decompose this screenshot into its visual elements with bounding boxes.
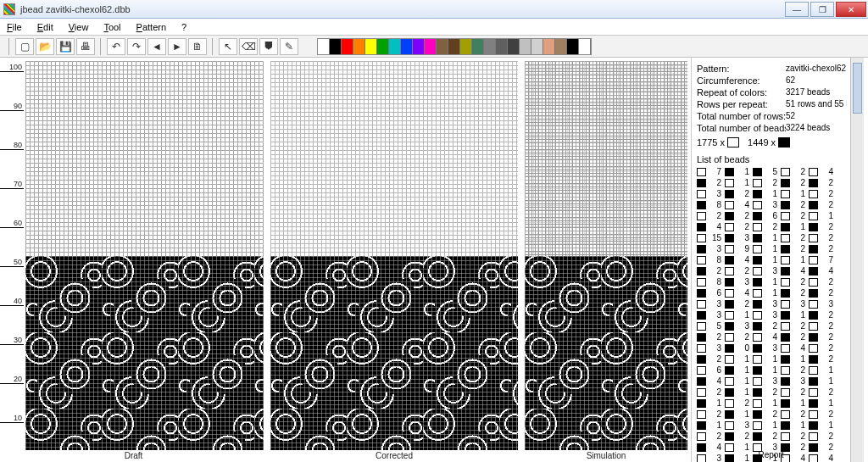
- palette-swatch[interactable]: [567, 39, 579, 54]
- palette-swatch[interactable]: [448, 39, 460, 54]
- rotate-left-button[interactable]: ◄: [147, 38, 166, 55]
- bead-item: 3: [725, 232, 749, 243]
- palette-swatch[interactable]: [460, 39, 472, 54]
- palette-swatch[interactable]: [318, 39, 330, 54]
- palette-swatch[interactable]: [531, 39, 543, 54]
- bead-count: 3: [708, 298, 721, 309]
- palette-swatch[interactable]: [401, 39, 413, 54]
- menu-file[interactable]: File: [3, 22, 25, 32]
- scrollbar-thumb[interactable]: [853, 63, 862, 114]
- rotate-right-button[interactable]: ►: [168, 38, 186, 55]
- minimize-button[interactable]: —: [785, 2, 809, 17]
- vertical-scrollbar[interactable]: [850, 58, 864, 462]
- pattern-name-label: Pattern:: [697, 63, 786, 75]
- bead-item: 2: [809, 320, 833, 331]
- palette-swatch[interactable]: [365, 39, 377, 54]
- bead-item: 3: [725, 420, 749, 431]
- bead-item: 1: [725, 353, 749, 365]
- copy-button[interactable]: 🗎: [188, 38, 207, 55]
- white-swatch-icon: [753, 201, 762, 209]
- black-swatch-icon: [781, 267, 790, 276]
- bead-item: 2: [809, 221, 833, 232]
- new-button[interactable]: ▢: [15, 38, 34, 55]
- bead-count: 2: [764, 177, 777, 188]
- bead-count: 2: [736, 298, 749, 309]
- print-button[interactable]: 🖶: [76, 38, 95, 55]
- bead-count: 9: [736, 243, 749, 254]
- bead-item: 1: [809, 365, 833, 376]
- maximize-button[interactable]: ❐: [810, 2, 834, 17]
- menu-help[interactable]: ?: [178, 22, 190, 32]
- bead-item: 3: [697, 243, 721, 254]
- white-swatch-icon: [725, 311, 734, 320]
- palette-swatch[interactable]: [484, 39, 496, 54]
- palette-swatch[interactable]: [543, 39, 555, 54]
- palette-swatch[interactable]: [496, 39, 508, 54]
- palette-swatch[interactable]: [377, 39, 389, 54]
- pipette-tool-button[interactable]: ✎: [280, 38, 298, 55]
- palette-swatch[interactable]: [437, 39, 448, 54]
- palette-swatch[interactable]: [342, 39, 353, 54]
- palette-swatch[interactable]: [555, 39, 567, 54]
- palette-swatch[interactable]: [353, 39, 365, 54]
- undo-button[interactable]: ↶: [107, 38, 125, 55]
- select-tool-button[interactable]: ↖: [219, 38, 237, 55]
- pattern-name-value: zavitki-chexol62.dbb: [786, 63, 847, 75]
- bead-list-title: List of beads: [697, 154, 847, 164]
- bead-item: 1: [753, 188, 777, 199]
- bead-item: 3: [753, 298, 777, 309]
- palette-swatch[interactable]: [330, 39, 342, 54]
- bead-item: 15: [697, 232, 721, 243]
- bead-count: 2: [708, 177, 721, 188]
- bead-item: 1: [753, 232, 777, 243]
- palette-swatch[interactable]: [579, 39, 591, 54]
- black-swatch-icon: [809, 333, 818, 342]
- black-swatch-icon: [809, 201, 818, 209]
- bead-count: 1: [820, 365, 833, 376]
- white-swatch-icon: [753, 377, 762, 386]
- bead-count: 1: [820, 398, 833, 409]
- white-swatch-icon: [725, 399, 734, 408]
- corrected-canvas[interactable]: [267, 58, 521, 450]
- black-swatch-icon: [809, 311, 818, 320]
- bead-count: 3: [736, 232, 749, 243]
- redo-button[interactable]: ↷: [127, 38, 146, 55]
- palette-swatch[interactable]: [389, 39, 401, 54]
- white-swatch-icon: [697, 322, 706, 331]
- bead-count: 2: [792, 331, 805, 342]
- palette-swatch[interactable]: [520, 39, 531, 54]
- menu-edit[interactable]: Edit: [34, 22, 57, 32]
- white-swatch-icon: [697, 344, 706, 353]
- palette-swatch[interactable]: [413, 39, 425, 54]
- bead-count: 2: [820, 177, 833, 188]
- menu-pattern[interactable]: Pattern: [133, 22, 170, 32]
- white-swatch-icon: [697, 410, 706, 419]
- black-swatch-icon: [725, 256, 734, 264]
- black-swatch-icon: [725, 278, 734, 287]
- palette-swatch[interactable]: [472, 39, 484, 54]
- palette-swatch[interactable]: [425, 39, 437, 54]
- bead-count: 3: [736, 320, 749, 331]
- white-swatch-icon: [781, 322, 790, 331]
- bead-count: 2: [736, 210, 749, 221]
- palette-swatch[interactable]: [508, 39, 520, 54]
- close-button[interactable]: ✕: [836, 2, 866, 17]
- black-swatch-icon: [753, 344, 762, 353]
- bead-count: 2: [792, 387, 805, 398]
- menu-tool[interactable]: Tool: [100, 22, 124, 32]
- bead-item: 3: [697, 309, 721, 320]
- pencil-tool-button[interactable]: ⌫: [239, 38, 258, 55]
- simulation-canvas[interactable]: [521, 58, 691, 450]
- black-swatch-icon: [781, 289, 790, 298]
- menu-view[interactable]: View: [65, 22, 92, 32]
- bead-count: 2: [820, 188, 833, 199]
- bead-item: 1: [781, 353, 805, 365]
- draft-canvas[interactable]: 100908070605040302010: [0, 58, 267, 450]
- black-swatch-icon: [725, 168, 734, 176]
- open-button[interactable]: 📂: [36, 38, 54, 55]
- bead-count: 3: [736, 420, 749, 431]
- bead-count: 6: [708, 365, 721, 376]
- bead-count: 1: [820, 376, 833, 387]
- fill-tool-button[interactable]: ⛊: [259, 38, 278, 55]
- save-button[interactable]: 💾: [56, 38, 75, 55]
